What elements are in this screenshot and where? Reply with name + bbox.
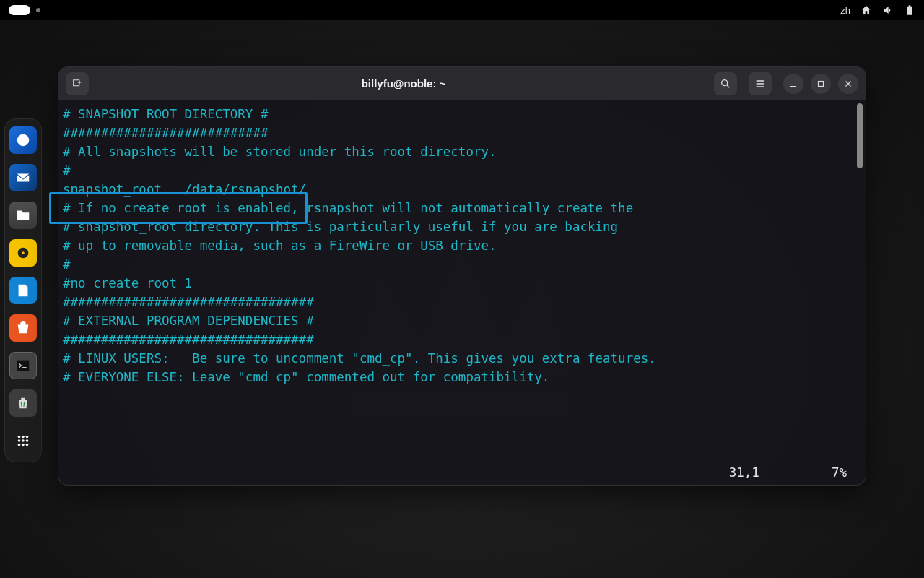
svg-rect-13	[819, 81, 824, 86]
svg-point-4	[22, 436, 25, 439]
editor-line: # All snapshots will be stored under thi…	[63, 142, 855, 161]
dock-item-terminal[interactable]	[9, 352, 37, 379]
workspace-dot[interactable]	[36, 8, 40, 12]
editor-line: # up to removable media, such as a FireW…	[63, 236, 855, 255]
top-panel: zh	[0, 0, 924, 20]
editor-line: # LINUX USERS: Be sure to uncomment "cmd…	[63, 349, 855, 368]
editor-line: #	[63, 255, 855, 274]
svg-point-12	[722, 79, 728, 85]
editor-line: #no_create_root 1	[63, 274, 855, 293]
editor-line: ###########################	[63, 124, 855, 142]
editor-line: snapshot_root /data/rsnapshot/	[63, 180, 855, 199]
menu-button[interactable]	[749, 72, 772, 95]
editor-status-line: 31,1 7%	[58, 463, 853, 482]
svg-point-9	[18, 444, 21, 447]
close-button[interactable]	[838, 74, 858, 94]
terminal-window: billyfu@noble: ~ # SNAPSHOT ROOT DIRECTO…	[58, 66, 866, 486]
minimize-button[interactable]	[783, 74, 803, 94]
dock-item-files[interactable]	[9, 202, 37, 229]
svg-point-5	[26, 436, 29, 439]
dock	[4, 118, 42, 462]
dock-item-edge[interactable]	[9, 126, 37, 154]
editor-line: #################################	[63, 330, 855, 349]
svg-point-10	[22, 444, 25, 447]
editor-line: # If no_create_root is enabled, rsnapsho…	[63, 199, 855, 217]
dock-item-software[interactable]	[9, 314, 37, 342]
cursor-position: 31,1	[729, 463, 759, 482]
svg-point-3	[18, 436, 21, 439]
editor-line: #	[63, 161, 855, 180]
network-icon[interactable]	[860, 4, 872, 16]
search-button[interactable]	[714, 72, 737, 95]
dock-item-writer[interactable]	[9, 277, 37, 304]
editor-line: # SNAPSHOT ROOT DIRECTORY #	[63, 105, 855, 124]
editor-line: #################################	[63, 293, 855, 311]
terminal-body[interactable]: # SNAPSHOT ROOT DIRECTORY # ############…	[58, 100, 866, 485]
svg-point-0	[17, 134, 30, 147]
svg-point-8	[26, 439, 29, 442]
input-method-indicator[interactable]: zh	[840, 5, 850, 16]
dock-item-rhythmbox[interactable]	[9, 239, 37, 267]
scrollbar-thumb[interactable]	[857, 103, 863, 168]
new-tab-button[interactable]	[66, 72, 89, 95]
window-titlebar[interactable]: billyfu@noble: ~	[58, 67, 866, 100]
battery-icon[interactable]	[904, 4, 915, 16]
scroll-percent: 7%	[832, 463, 847, 482]
svg-point-2	[22, 251, 25, 254]
dock-item-thunderbird[interactable]	[9, 164, 37, 191]
svg-point-7	[22, 439, 25, 442]
volume-icon[interactable]	[882, 4, 894, 16]
editor-line: # EVERYONE ELSE: Leave "cmd_cp" commente…	[63, 368, 855, 387]
dock-item-apps[interactable]	[9, 427, 37, 454]
svg-point-6	[18, 439, 21, 442]
window-title: billyfu@noble: ~	[93, 77, 714, 90]
editor-line: # EXTERNAL PROGRAM DEPENDENCIES #	[63, 311, 855, 330]
editor-line: # snapshot_root directory. This is parti…	[63, 217, 855, 236]
activities-button[interactable]	[9, 5, 30, 15]
maximize-button[interactable]	[811, 74, 831, 94]
svg-point-11	[26, 444, 29, 447]
dock-item-trash[interactable]	[9, 389, 37, 417]
